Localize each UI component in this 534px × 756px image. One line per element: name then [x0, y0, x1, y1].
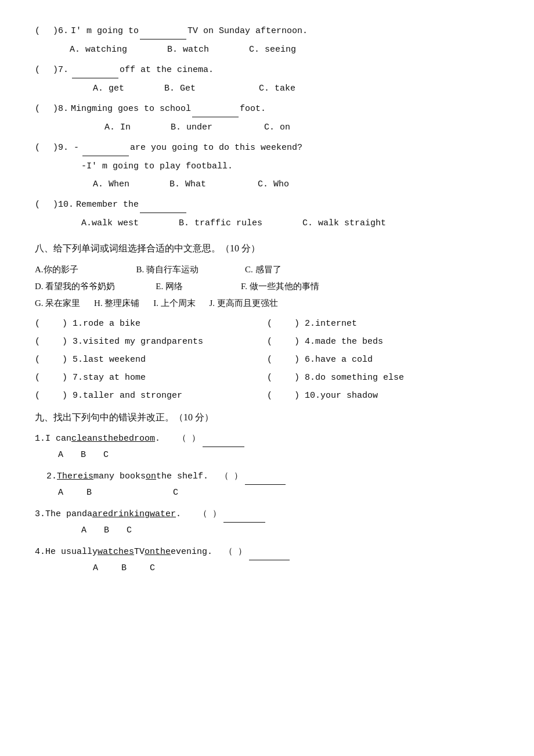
- section8-item10: ( ) 10.your shadow: [267, 388, 499, 404]
- q10-choices: A.walk west B. traffic rules C. walk str…: [81, 215, 499, 231]
- item5-paren-close: ): [62, 355, 67, 365]
- q10-choice-b: B. traffic rules: [179, 215, 262, 231]
- section8-row2: ( ) 3.visited my grandparents ( ) 4.made…: [35, 334, 499, 350]
- item2-paren-close: ): [294, 319, 300, 329]
- opt-e: E. 网络: [156, 279, 183, 294]
- opt-a: A.你的影子: [35, 262, 78, 278]
- q6-after: TV on Sunday afternoon.: [187, 23, 308, 39]
- item5-text: 5.last weekend: [73, 355, 146, 365]
- item10-text: 10.your shadow: [305, 391, 378, 401]
- question-6: ( ) 6. I' m going to TV on Sunday aftern…: [35, 23, 499, 39]
- item1-text: 1.rode a bike: [73, 319, 140, 329]
- section8-item6: ( ) 6.have a cold: [267, 352, 499, 368]
- item6-paren: (: [267, 355, 272, 365]
- ec1-bedroom: bedroom: [118, 431, 155, 447]
- q8-text: Mingming goes to school: [71, 101, 191, 117]
- q9-sub: -I' m going to play football.: [81, 159, 499, 174]
- ec2-on: on: [146, 469, 156, 484]
- item4-paren-close: ): [294, 337, 300, 347]
- ec1-line: 1.I can cleans the bedroom . （ ）: [35, 431, 499, 447]
- ec4-on: on: [145, 544, 155, 560]
- q10-number: 10.: [58, 197, 74, 213]
- opt-i: I. 上个周末: [153, 298, 196, 308]
- section8-options-row1: A.你的影子 B. 骑自行车运动 C. 感冒了: [35, 262, 499, 278]
- q10-paren-close: ): [53, 197, 58, 213]
- item7-paren: (: [35, 373, 40, 383]
- section8-row3: ( ) 5.last weekend ( ) 6.have a cold: [35, 352, 499, 368]
- q6-choice-a: A. watching: [70, 42, 127, 57]
- section8-item8: ( ) 8.do something else: [267, 370, 499, 386]
- q8-choice-b: B. under: [171, 120, 212, 135]
- item8-text: 8.do something else: [305, 373, 404, 383]
- ec4-a: A: [93, 560, 98, 576]
- q9-paren-open: (: [35, 140, 40, 156]
- opt-f: F. 做一些其他的事情: [241, 279, 319, 294]
- item6-paren-close: ): [294, 355, 300, 365]
- q10-choice-c: C. walk straight: [302, 215, 386, 231]
- ec3-paren: （ ）: [199, 506, 221, 522]
- q9-choices: A. When B. What C. Who: [93, 177, 499, 192]
- item1-paren: (: [35, 319, 40, 329]
- ec3-are: are: [92, 506, 108, 522]
- q7-choice-a: A. get: [93, 81, 124, 96]
- ec3-water: water: [150, 506, 176, 522]
- q6-number: 6.: [58, 23, 68, 39]
- q7-paren-close: ): [53, 62, 58, 78]
- item7-text: 7.stay at home: [73, 373, 146, 383]
- item2-text: 2.internet: [305, 319, 357, 329]
- opt-d: D. 看望我的爷爷奶奶: [35, 279, 115, 294]
- section9-header: 九、找出下列句中的错误并改正。（10 分）: [35, 409, 499, 426]
- item8-paren-close: ): [294, 373, 300, 383]
- section8-row5: ( ) 9.taller and stronger ( ) 10.your sh…: [35, 388, 499, 404]
- ec1-cleans: cleans: [71, 431, 103, 447]
- opt-h: H. 整理床铺: [94, 298, 139, 308]
- section8-options-row3: G. 呆在家里 H. 整理床铺 I. 上个周末 J. 更高而且更强壮: [35, 296, 499, 311]
- question-9: ( ) 9. - are you going to do this weeken…: [35, 140, 499, 156]
- item6-text: 6.have a cold: [305, 355, 373, 365]
- ec4-after: evening.: [171, 544, 212, 560]
- q10-blank: [140, 197, 186, 213]
- q7-choice-c: C. take: [259, 81, 295, 96]
- ec1-num: 1.I can: [35, 431, 71, 447]
- section8-options-row2: D. 看望我的爷爷奶奶 E. 网络 F. 做一些其他的事情: [35, 279, 499, 294]
- q9-after: are you going to do this weekend?: [130, 140, 302, 156]
- q8-blank: [192, 101, 239, 117]
- opt-j: J. 更高而且更强壮: [209, 298, 277, 308]
- q10-choice-a: A.walk west: [81, 215, 139, 231]
- q6-blank: [140, 23, 186, 39]
- ec2-a: A: [58, 485, 63, 501]
- q7-choice-b: B. Get: [164, 81, 196, 96]
- ec3-num: 3.The panda: [35, 506, 92, 522]
- item5-paren: (: [35, 355, 40, 365]
- ec3-b: B: [104, 523, 109, 538]
- q9-choice-b: B. What: [169, 177, 206, 192]
- q9-choice-c: C. Who: [258, 177, 289, 192]
- ec1-abc: A B C: [58, 447, 499, 463]
- q6-choice-b: B. watch: [167, 42, 209, 57]
- section8-row4: ( ) 7.stay at home ( ) 8.do something el…: [35, 370, 499, 386]
- ec3-period: .: [176, 506, 181, 522]
- q8-paren-open: (: [35, 101, 40, 117]
- q10-text: Remember the: [76, 197, 139, 213]
- ec-item2: 2. There is many books on the shelf. （ ）…: [46, 469, 499, 501]
- section8-item3: ( ) 3.visited my grandparents: [35, 334, 267, 350]
- ec1-answer-blank: [203, 431, 244, 447]
- q6-paren-open: (: [35, 23, 40, 39]
- ec4-num: 4.He usually: [35, 544, 98, 560]
- ec1-paren: （ ）: [178, 431, 200, 447]
- ec3-abc: A B C: [81, 523, 499, 538]
- item8-paren: (: [267, 373, 272, 383]
- section8-item9: ( ) 9.taller and stronger: [35, 388, 267, 404]
- item4-paren: (: [267, 337, 272, 347]
- q9-blank: [82, 140, 129, 156]
- section8-item2: ( ) 2.internet: [267, 316, 499, 332]
- q6-paren-close: ): [53, 23, 58, 39]
- q9-paren-close: ): [53, 140, 58, 156]
- ec2-many: many books: [93, 469, 146, 484]
- section8-item1: ( ) 1.rode a bike: [35, 316, 267, 332]
- ec-item3: 3.The panda are drinking water . （ ） A B…: [35, 506, 499, 538]
- item10-paren: (: [267, 391, 272, 401]
- item9-paren: (: [35, 391, 40, 401]
- item9-paren-close: ): [62, 391, 67, 401]
- ec-item4: 4.He usually watches TV on the evening. …: [35, 544, 499, 576]
